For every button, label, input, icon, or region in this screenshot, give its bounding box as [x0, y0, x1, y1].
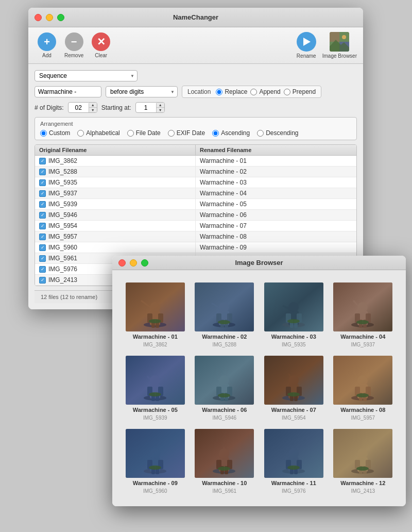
image-original-name: IMG_5961: [212, 488, 236, 494]
image-name: Warmachine - 10: [202, 480, 247, 486]
table-row[interactable]: ✓ IMG_5946 Warmachine - 06: [35, 210, 356, 221]
image-item[interactable]: Warmachine - 07 IMG_5954: [259, 352, 329, 425]
row-checkbox[interactable]: ✓: [39, 244, 46, 251]
row-checkbox[interactable]: ✓: [39, 212, 46, 219]
table-row[interactable]: ✓ IMG_5957 Warmachine - 08: [35, 231, 356, 242]
row-checkbox[interactable]: ✓: [39, 169, 46, 175]
image-browser-close-button[interactable]: [118, 259, 126, 267]
clear-icon: ✕: [92, 32, 110, 51]
filedate-label: File Date: [136, 129, 161, 137]
image-item[interactable]: Warmachine - 01 IMG_3862: [121, 278, 190, 352]
custom-radio[interactable]: [40, 130, 47, 137]
alphabetical-radio[interactable]: [77, 130, 84, 137]
image-item[interactable]: Warmachine - 08 IMG_5957: [329, 352, 398, 425]
image-browser-button[interactable]: Image Browser: [322, 32, 357, 59]
image-name: Warmachine - 12: [340, 480, 385, 486]
image-item[interactable]: Warmachine - 04 IMG_5937: [329, 278, 398, 352]
maximize-button[interactable]: [57, 14, 64, 21]
original-filename-cell: ✓ IMG_5939: [35, 199, 196, 209]
rename-button[interactable]: Rename: [297, 32, 316, 59]
starting-at-down-button[interactable]: ▼: [157, 108, 164, 112]
exifdate-radio[interactable]: [168, 130, 175, 137]
image-item[interactable]: Warmachine - 12 IMG_2413: [329, 425, 398, 498]
table-row[interactable]: ✓ IMG_5939 Warmachine - 05: [35, 199, 356, 210]
digits-down-button[interactable]: ▼: [89, 108, 97, 112]
image-name: Warmachine - 02: [202, 334, 247, 340]
image-item[interactable]: Warmachine - 09 IMG_5960: [121, 425, 190, 498]
svg-point-64: [218, 393, 230, 397]
image-original-name: IMG_3862: [143, 342, 167, 347]
rename-label: Rename: [297, 53, 316, 59]
append-label: Append: [259, 88, 280, 95]
table-row[interactable]: ✓ IMG_5960 Warmachine - 09: [35, 242, 356, 253]
table-row[interactable]: ✓ IMG_5288 Warmachine - 02: [35, 167, 356, 177]
row-checkbox[interactable]: ✓: [39, 255, 46, 262]
starting-at-up-button[interactable]: ▲: [157, 103, 164, 108]
digits-stepper: 02 ▲ ▼: [68, 102, 97, 113]
replace-radio[interactable]: [216, 89, 222, 95]
toolbar-right: Rename Image Browser: [297, 32, 357, 59]
digits-up-button[interactable]: ▲: [89, 103, 97, 108]
original-filename-cell: ✓ IMG_5935: [35, 177, 196, 188]
original-filename-value: IMG_5939: [48, 201, 77, 208]
remove-button[interactable]: − Remove: [61, 31, 87, 59]
row-checkbox[interactable]: ✓: [39, 277, 46, 284]
filedate-radio[interactable]: [127, 130, 134, 137]
image-thumbnail: [126, 429, 185, 478]
row-checkbox[interactable]: ✓: [39, 266, 46, 273]
image-name: Warmachine - 07: [271, 407, 316, 413]
ascending-radio[interactable]: [212, 130, 219, 137]
svg-rect-1: [330, 32, 339, 42]
row-checkbox[interactable]: ✓: [39, 234, 46, 240]
clear-button[interactable]: ✕ Clear: [89, 31, 113, 59]
original-filename-cell: ✓ IMG_3862: [35, 156, 196, 166]
svg-point-84: [356, 393, 369, 397]
image-original-name: IMG_5957: [351, 415, 375, 421]
image-item[interactable]: Warmachine - 11 IMG_5976: [259, 425, 329, 498]
descending-radio[interactable]: [257, 130, 264, 137]
renamed-filename-header: Renamed Filename: [196, 145, 356, 155]
row-checkbox[interactable]: ✓: [39, 158, 46, 164]
renamed-filename-value: Warmachine - 09: [200, 244, 247, 251]
sequence-row: Sequence: [35, 70, 357, 81]
exifdate-radio-group: EXIF Date: [168, 129, 205, 137]
row-checkbox[interactable]: ✓: [39, 179, 46, 186]
image-browser-minimize-button[interactable]: [130, 259, 137, 267]
image-browser-maximize-button[interactable]: [141, 259, 148, 267]
image-thumbnail: [126, 282, 185, 331]
renamed-filename-value: Warmachine - 07: [200, 222, 247, 229]
image-original-name: IMG_5946: [212, 415, 236, 421]
table-row[interactable]: ✓ IMG_3862 Warmachine - 01: [35, 156, 356, 167]
prepend-radio[interactable]: [284, 89, 290, 95]
renamed-filename-value: Warmachine - 08: [200, 233, 247, 240]
arrangement-options: Custom Alphabetical File Date EXIF Date …: [40, 129, 351, 137]
digits-value: 02: [68, 103, 89, 112]
image-item[interactable]: Warmachine - 03 IMG_5935: [259, 278, 329, 352]
table-row[interactable]: ✓ IMG_5954 Warmachine - 07: [35, 221, 356, 231]
renamed-filename-value: Warmachine - 01: [200, 157, 247, 164]
sequence-select[interactable]: Sequence: [35, 70, 138, 81]
svg-point-34: [287, 319, 300, 323]
table-row[interactable]: ✓ IMG_5937 Warmachine - 04: [35, 188, 356, 199]
image-item[interactable]: Warmachine - 05 IMG_5939: [121, 352, 190, 425]
custom-radio-group: Custom: [40, 129, 70, 137]
table-row[interactable]: ✓ IMG_5935 Warmachine - 03: [35, 177, 356, 188]
add-button[interactable]: + Add: [35, 31, 59, 59]
original-filename-value: IMG_3862: [48, 157, 77, 164]
image-item[interactable]: Warmachine - 06 IMG_5946: [190, 352, 260, 425]
row-checkbox[interactable]: ✓: [39, 223, 46, 229]
image-name: Warmachine - 09: [133, 480, 178, 486]
prefix-input[interactable]: [35, 86, 101, 97]
arrangement-group: Arrangement Custom Alphabetical File Dat…: [35, 117, 357, 140]
original-filename-value: IMG_5976: [48, 265, 77, 273]
starting-at-stepper: 1 ▲ ▼: [135, 102, 165, 113]
image-item[interactable]: Warmachine - 10 IMG_5961: [190, 425, 260, 498]
minimize-button[interactable]: [46, 14, 53, 21]
row-checkbox[interactable]: ✓: [39, 190, 46, 197]
image-item[interactable]: Warmachine - 02 IMG_5288: [190, 278, 260, 352]
row-checkbox[interactable]: ✓: [39, 201, 46, 208]
append-radio[interactable]: [250, 89, 257, 95]
position-select[interactable]: before digits after digits: [106, 86, 178, 97]
close-button[interactable]: [35, 14, 42, 21]
exifdate-label: EXIF Date: [177, 129, 205, 137]
